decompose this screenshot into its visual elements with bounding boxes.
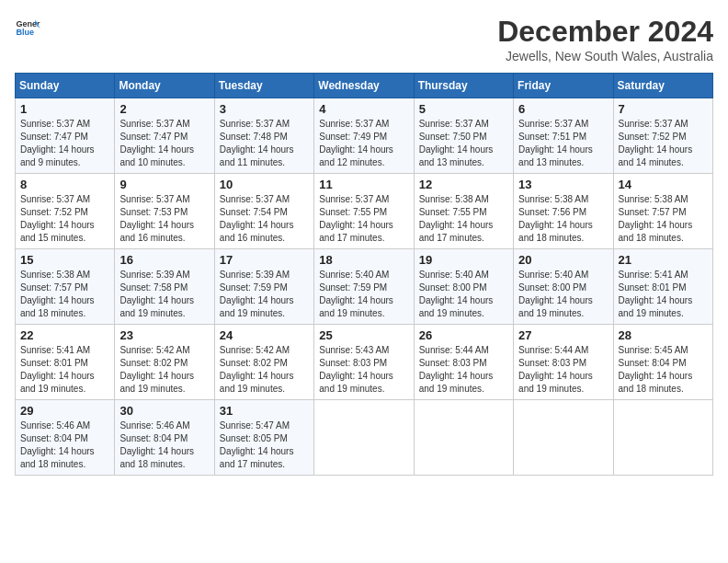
day-detail: Sunrise: 5:40 AMSunset: 8:00 PMDaylight:… [419, 269, 508, 320]
day-number: 17 [220, 253, 309, 267]
day-detail: Sunrise: 5:37 AMSunset: 7:47 PMDaylight:… [119, 118, 209, 169]
day-number: 2 [119, 102, 209, 116]
day-detail: Sunrise: 5:46 AMSunset: 8:04 PMDaylight:… [119, 419, 209, 471]
day-number: 30 [119, 404, 209, 418]
calendar-row: 8 Sunrise: 5:37 AMSunset: 7:52 PMDayligh… [16, 174, 713, 249]
day-detail: Sunrise: 5:40 AMSunset: 7:59 PMDaylight:… [319, 269, 408, 320]
logo: General Blue [15, 15, 40, 40]
col-monday: Monday [115, 74, 214, 98]
day-number: 1 [20, 102, 109, 116]
col-tuesday: Tuesday [214, 74, 313, 98]
day-detail: Sunrise: 5:37 AMSunset: 7:47 PMDaylight:… [20, 118, 109, 169]
col-thursday: Thursday [414, 74, 513, 98]
calendar-table: Sunday Monday Tuesday Wednesday Thursday… [15, 73, 713, 476]
day-number: 9 [119, 178, 209, 191]
calendar-cell: 17 Sunrise: 5:39 AMSunset: 7:59 PMDaylig… [214, 249, 313, 325]
day-detail: Sunrise: 5:37 AMSunset: 7:52 PMDaylight:… [20, 193, 109, 245]
day-number: 6 [518, 102, 608, 116]
calendar-cell: 18 Sunrise: 5:40 AMSunset: 7:59 PMDaylig… [314, 249, 414, 325]
day-detail: Sunrise: 5:38 AMSunset: 7:55 PMDaylight:… [419, 193, 508, 245]
calendar-cell [514, 400, 613, 476]
col-sunday: Sunday [16, 74, 115, 98]
calendar-cell [613, 400, 712, 476]
calendar-row: 15 Sunrise: 5:38 AMSunset: 7:57 PMDaylig… [16, 249, 713, 325]
day-detail: Sunrise: 5:39 AMSunset: 7:58 PMDaylight:… [119, 269, 209, 320]
day-number: 22 [20, 328, 109, 342]
day-number: 24 [220, 328, 309, 342]
calendar-cell: 10 Sunrise: 5:37 AMSunset: 7:54 PMDaylig… [214, 174, 313, 249]
day-detail: Sunrise: 5:37 AMSunset: 7:55 PMDaylight:… [319, 193, 408, 245]
calendar-cell: 14 Sunrise: 5:38 AMSunset: 7:57 PMDaylig… [613, 174, 712, 249]
calendar-cell: 31 Sunrise: 5:47 AMSunset: 8:05 PMDaylig… [214, 400, 313, 476]
calendar-cell: 4 Sunrise: 5:37 AMSunset: 7:49 PMDayligh… [314, 98, 414, 174]
day-number: 12 [419, 178, 508, 191]
calendar-row: 1 Sunrise: 5:37 AMSunset: 7:47 PMDayligh… [16, 98, 713, 174]
calendar-cell: 8 Sunrise: 5:37 AMSunset: 7:52 PMDayligh… [16, 174, 115, 249]
day-detail: Sunrise: 5:37 AMSunset: 7:52 PMDaylight:… [619, 118, 708, 169]
calendar-cell: 5 Sunrise: 5:37 AMSunset: 7:50 PMDayligh… [414, 98, 513, 174]
calendar-cell: 7 Sunrise: 5:37 AMSunset: 7:52 PMDayligh… [613, 98, 712, 174]
day-number: 5 [419, 102, 508, 116]
calendar-cell: 29 Sunrise: 5:46 AMSunset: 8:04 PMDaylig… [16, 400, 115, 476]
day-number: 18 [319, 253, 408, 267]
day-detail: Sunrise: 5:38 AMSunset: 7:56 PMDaylight:… [518, 193, 608, 245]
calendar-cell: 21 Sunrise: 5:41 AMSunset: 8:01 PMDaylig… [613, 249, 712, 325]
day-number: 4 [319, 102, 408, 116]
calendar-cell: 25 Sunrise: 5:43 AMSunset: 8:03 PMDaylig… [314, 325, 414, 400]
col-wednesday: Wednesday [314, 74, 414, 98]
calendar-cell: 28 Sunrise: 5:45 AMSunset: 8:04 PMDaylig… [613, 325, 712, 400]
day-detail: Sunrise: 5:41 AMSunset: 8:01 PMDaylight:… [619, 269, 708, 320]
logo-icon: General Blue [15, 15, 40, 40]
day-number: 14 [619, 178, 708, 191]
day-number: 26 [419, 328, 508, 342]
day-detail: Sunrise: 5:47 AMSunset: 8:05 PMDaylight:… [220, 419, 309, 471]
day-detail: Sunrise: 5:38 AMSunset: 7:57 PMDaylight:… [20, 269, 109, 320]
calendar-cell: 20 Sunrise: 5:40 AMSunset: 8:00 PMDaylig… [514, 249, 613, 325]
col-friday: Friday [514, 74, 613, 98]
day-detail: Sunrise: 5:44 AMSunset: 8:03 PMDaylight:… [419, 344, 508, 396]
calendar-cell: 3 Sunrise: 5:37 AMSunset: 7:48 PMDayligh… [214, 98, 313, 174]
page-header: General Blue December 2024 Jewells, New … [15, 15, 713, 63]
calendar-row: 22 Sunrise: 5:41 AMSunset: 8:01 PMDaylig… [16, 325, 713, 400]
title-block: December 2024 Jewells, New South Wales, … [497, 15, 713, 63]
calendar-cell: 23 Sunrise: 5:42 AMSunset: 8:02 PMDaylig… [115, 325, 214, 400]
calendar-cell: 15 Sunrise: 5:38 AMSunset: 7:57 PMDaylig… [16, 249, 115, 325]
day-number: 21 [619, 253, 708, 267]
day-number: 11 [319, 178, 408, 191]
calendar-cell: 11 Sunrise: 5:37 AMSunset: 7:55 PMDaylig… [314, 174, 414, 249]
calendar-cell [314, 400, 414, 476]
calendar-row: 29 Sunrise: 5:46 AMSunset: 8:04 PMDaylig… [16, 400, 713, 476]
day-detail: Sunrise: 5:46 AMSunset: 8:04 PMDaylight:… [20, 419, 109, 471]
day-detail: Sunrise: 5:37 AMSunset: 7:48 PMDaylight:… [220, 118, 309, 169]
calendar-cell: 19 Sunrise: 5:40 AMSunset: 8:00 PMDaylig… [414, 249, 513, 325]
calendar-cell: 30 Sunrise: 5:46 AMSunset: 8:04 PMDaylig… [115, 400, 214, 476]
calendar-cell: 13 Sunrise: 5:38 AMSunset: 7:56 PMDaylig… [514, 174, 613, 249]
day-number: 20 [518, 253, 608, 267]
location-title: Jewells, New South Wales, Australia [497, 49, 713, 63]
day-number: 13 [518, 178, 608, 191]
day-detail: Sunrise: 5:37 AMSunset: 7:54 PMDaylight:… [220, 193, 309, 245]
day-detail: Sunrise: 5:38 AMSunset: 7:57 PMDaylight:… [619, 193, 708, 245]
day-number: 8 [20, 178, 109, 191]
col-saturday: Saturday [613, 74, 712, 98]
calendar-cell: 24 Sunrise: 5:42 AMSunset: 8:02 PMDaylig… [214, 325, 313, 400]
day-number: 27 [518, 328, 608, 342]
day-number: 19 [419, 253, 508, 267]
day-number: 15 [20, 253, 109, 267]
day-detail: Sunrise: 5:43 AMSunset: 8:03 PMDaylight:… [319, 344, 408, 396]
day-detail: Sunrise: 5:40 AMSunset: 8:00 PMDaylight:… [518, 269, 608, 320]
day-number: 3 [220, 102, 309, 116]
day-number: 25 [319, 328, 408, 342]
day-number: 29 [20, 404, 109, 418]
day-detail: Sunrise: 5:42 AMSunset: 8:02 PMDaylight:… [119, 344, 209, 396]
day-detail: Sunrise: 5:42 AMSunset: 8:02 PMDaylight:… [220, 344, 309, 396]
calendar-cell: 22 Sunrise: 5:41 AMSunset: 8:01 PMDaylig… [16, 325, 115, 400]
calendar-cell: 16 Sunrise: 5:39 AMSunset: 7:58 PMDaylig… [115, 249, 214, 325]
day-number: 10 [220, 178, 309, 191]
day-detail: Sunrise: 5:45 AMSunset: 8:04 PMDaylight:… [619, 344, 708, 396]
day-detail: Sunrise: 5:37 AMSunset: 7:49 PMDaylight:… [319, 118, 408, 169]
calendar-cell: 12 Sunrise: 5:38 AMSunset: 7:55 PMDaylig… [414, 174, 513, 249]
day-detail: Sunrise: 5:37 AMSunset: 7:53 PMDaylight:… [119, 193, 209, 245]
calendar-cell: 9 Sunrise: 5:37 AMSunset: 7:53 PMDayligh… [115, 174, 214, 249]
calendar-cell [414, 400, 513, 476]
